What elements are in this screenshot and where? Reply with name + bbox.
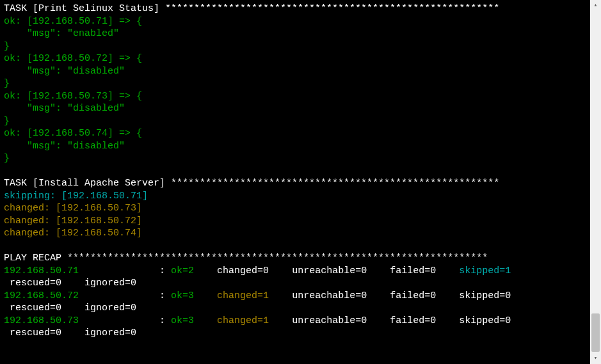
scroll-up-arrow[interactable]: ▴ — [590, 0, 601, 11]
task-result-line: ok: [192.168.50.73] => { — [4, 90, 585, 103]
task-header-2: TASK [Install Apache Server] ***********… — [4, 177, 585, 190]
terminal-output: TASK [Print Selinux Status] ************… — [0, 0, 589, 364]
recap-row-2: rescued=0 ignored=0 — [4, 277, 585, 290]
recap-unreachable: unreachable=0 — [292, 315, 373, 326]
task-result-line: changed: [192.168.50.73] — [4, 202, 585, 215]
recap-ok: ok=3 — [171, 315, 200, 326]
recap-header: PLAY RECAP *****************************… — [4, 252, 585, 265]
recap-row-2: rescued=0 ignored=0 — [4, 302, 585, 315]
task-close-brace: } — [4, 152, 585, 165]
recap-host: 192.168.50.72 — [4, 290, 159, 301]
task-close-brace: } — [4, 40, 585, 53]
recap-changed: changed=1 — [217, 290, 275, 301]
recap-row-2: rescued=0 ignored=0 — [4, 327, 585, 340]
task-close-brace: } — [4, 115, 585, 128]
scrollbar-track[interactable] — [590, 11, 601, 353]
task-header-1: TASK [Print Selinux Status] ************… — [4, 3, 585, 15]
recap-row: 192.168.50.72 : ok=3 changed=1 unreachab… — [4, 290, 585, 303]
recap-failed: failed=0 — [390, 315, 442, 326]
recap-ok: ok=3 — [171, 290, 200, 301]
task-result-line: changed: [192.168.50.72] — [4, 215, 585, 228]
blank-line — [4, 165, 585, 178]
recap-row: 192.168.50.71 : ok=2 changed=0 unreachab… — [4, 265, 585, 278]
recap-host: 192.168.50.71 — [4, 265, 159, 276]
task-msg-line: "msg": "disabled" — [4, 65, 585, 78]
task-msg-line: "msg": "disabled" — [4, 140, 585, 153]
scrollbar[interactable]: ▴ ▾ — [590, 0, 601, 364]
recap-failed: failed=0 — [390, 290, 442, 301]
recap-host: 192.168.50.73 — [4, 315, 159, 326]
recap-unreachable: unreachable=0 — [292, 290, 373, 301]
task-result-line: ok: [192.168.50.72] => { — [4, 52, 585, 65]
recap-row: 192.168.50.73 : ok=3 changed=1 unreachab… — [4, 315, 585, 328]
recap-failed: failed=0 — [390, 265, 442, 276]
task-close-brace: } — [4, 77, 585, 90]
scroll-down-arrow[interactable]: ▾ — [590, 353, 601, 364]
task-result-line: changed: [192.168.50.74] — [4, 227, 585, 240]
recap-changed: changed=1 — [217, 315, 275, 326]
recap-skipped: skipped=1 — [459, 265, 511, 276]
task-result-line: skipping: [192.168.50.71] — [4, 190, 585, 203]
recap-unreachable: unreachable=0 — [292, 265, 373, 276]
recap-skipped: skipped=0 — [459, 290, 511, 301]
task-msg-line: "msg": "disabled" — [4, 102, 585, 115]
task-result-line: ok: [192.168.50.71] => { — [4, 15, 585, 28]
task-result-line: ok: [192.168.50.74] => { — [4, 127, 585, 140]
recap-changed: changed=0 — [217, 265, 275, 276]
scrollbar-thumb[interactable] — [591, 313, 600, 352]
blank-line — [4, 240, 585, 253]
recap-ok: ok=2 — [171, 265, 200, 276]
recap-skipped: skipped=0 — [459, 315, 511, 326]
task-msg-line: "msg": "enabled" — [4, 28, 585, 40]
